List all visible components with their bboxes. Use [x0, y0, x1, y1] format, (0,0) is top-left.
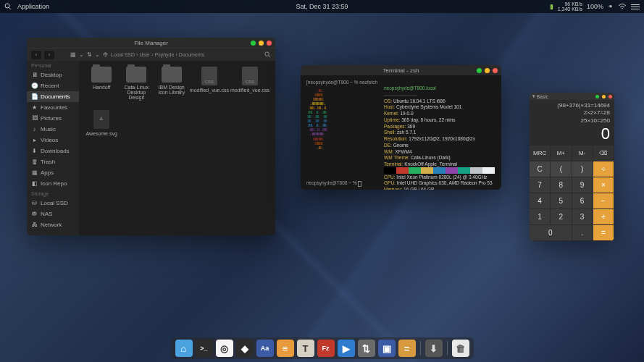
file-item[interactable]: Awesome.svg — [85, 110, 118, 152]
dock-item-terminal[interactable]: >_ — [196, 340, 213, 357]
dock-item-chrome[interactable]: ◎ — [216, 340, 233, 357]
nav-back-button[interactable]: ‹ — [31, 51, 41, 59]
dock-item-calculator[interactable]: = — [398, 340, 416, 357]
calc-key-.[interactable]: . — [572, 225, 593, 241]
calc-key-÷[interactable]: ÷ — [593, 161, 614, 177]
maximize-button[interactable] — [485, 68, 490, 73]
calc-key-5[interactable]: 5 — [551, 193, 572, 209]
sidebar-item-label: Icon Repo — [41, 180, 67, 187]
sidebar-item-icon-repo[interactable]: ◧Icon Repo — [27, 178, 79, 189]
sidebar-item-downloads[interactable]: ⬇Downloads — [27, 146, 79, 156]
calc-key-1[interactable]: 1 — [530, 209, 551, 225]
dock-item-sublime[interactable]: ≡ — [277, 340, 294, 357]
calc-key-×[interactable]: × — [593, 177, 614, 193]
sidebar-item-music[interactable]: ♪Music — [27, 124, 79, 135]
sidebar-item-desktop[interactable]: 🖥Desktop — [27, 70, 79, 80]
sort-icon[interactable]: ⇅ — [87, 51, 92, 58]
dock-trash[interactable]: 🗑 — [452, 340, 469, 357]
sidebar-header-storage: Storage — [27, 189, 79, 198]
sidebar-item-local-ssd[interactable]: ⛁Local SSD — [27, 198, 79, 209]
dock-item-fonts[interactable]: Aa — [256, 340, 274, 357]
nav-forward-button[interactable]: › — [44, 51, 54, 59]
minimize-button[interactable] — [477, 68, 482, 73]
sidebar-item-documents[interactable]: 📄Documents — [27, 91, 79, 102]
dock-item-finder[interactable]: ⌂ — [175, 340, 193, 357]
calc-key-7[interactable]: 7 — [530, 177, 551, 193]
calc-key-C[interactable]: C — [530, 161, 551, 177]
dock-downloads[interactable]: ⬇ — [425, 340, 443, 357]
file-name-label: modified_vue.css — [230, 88, 269, 93]
maximize-button[interactable] — [259, 41, 264, 46]
view-grid-icon[interactable]: ▦ — [70, 51, 76, 58]
minimize-button[interactable] — [251, 41, 256, 46]
wifi-icon[interactable] — [618, 4, 627, 10]
dock-separator — [420, 341, 421, 355]
file-item[interactable]: CSSmodified_vue.css — [190, 67, 229, 109]
sidebar-item-recent[interactable]: 🕘Recent — [27, 80, 79, 91]
view-dropdown-icon[interactable]: ⌄ — [79, 51, 84, 58]
calc-key-M+[interactable]: M+ — [551, 146, 572, 161]
app-menu-label[interactable]: Application — [17, 3, 49, 10]
close-button[interactable] — [267, 41, 272, 46]
calculator-titlebar[interactable]: ▾ Basic — [530, 93, 614, 100]
file-item[interactable]: Cata-Linux Desktop Design — [120, 67, 153, 109]
close-button[interactable] — [493, 68, 498, 73]
file-manager-titlebar[interactable]: File Manager — [27, 38, 275, 48]
sidebar-item-apps[interactable]: ▦Apps — [27, 167, 79, 178]
calc-key-=[interactable]: = — [593, 225, 614, 241]
dock-item-text[interactable]: T — [297, 340, 314, 357]
file-item[interactable]: IBM Design Icon Library — [155, 67, 188, 109]
calc-key-6[interactable]: 6 — [572, 193, 593, 209]
dock-item-virtualbox[interactable]: ▣ — [378, 340, 396, 357]
sidebar-item-network[interactable]: 🖧Network — [27, 219, 79, 230]
calc-key-⌫[interactable]: ⌫ — [593, 146, 614, 161]
dock: ⌂>_◎◆Aa≡TFz▶⇅▣=⬇🗑 — [171, 337, 474, 359]
menu-icon[interactable] — [631, 3, 640, 11]
calc-key-0[interactable]: 0 — [530, 225, 572, 241]
sidebar-item-icon: ▦ — [31, 169, 38, 176]
calc-key-2[interactable]: 2 — [551, 209, 572, 225]
breadcrumb-segment[interactable]: User — [139, 52, 150, 57]
settings-icon[interactable]: ⚙ — [103, 51, 108, 58]
neofetch-user-host: neopsyhyde@T800.local — [384, 85, 493, 92]
dock-item-media[interactable]: ▶ — [338, 340, 355, 357]
calc-key-4[interactable]: 4 — [530, 193, 551, 209]
dock-item-filezilla[interactable]: Fz — [317, 340, 335, 357]
minimize-button[interactable] — [595, 95, 599, 98]
sidebar-item-favourites[interactable]: ★Favourites — [27, 102, 79, 113]
sidebar-item-videos[interactable]: ▸Videos — [27, 135, 79, 146]
calc-key-)[interactable]: ) — [572, 161, 593, 177]
calc-key-3[interactable]: 3 — [572, 209, 593, 225]
breadcrumb-segment[interactable]: Documents — [179, 52, 204, 57]
calc-key-M-[interactable]: M- — [572, 146, 593, 161]
maximize-button[interactable] — [602, 95, 606, 98]
dock-item-transmission[interactable]: ⇅ — [358, 340, 375, 357]
calc-key-MRC[interactable]: MRC — [530, 146, 551, 161]
battery-percent: 100% — [587, 3, 603, 10]
file-item[interactable]: Handoff — [85, 67, 118, 109]
sidebar-item-pictures[interactable]: 🖼Pictures — [27, 113, 79, 124]
terminal-titlebar[interactable]: Terminal - zsh — [301, 65, 501, 75]
search-icon[interactable] — [4, 3, 12, 10]
breadcrumb-segment[interactable]: Local SSD — [111, 52, 135, 57]
calc-key-9[interactable]: 9 — [572, 177, 593, 193]
toolbar-search-icon[interactable] — [264, 51, 271, 58]
close-button[interactable] — [609, 95, 612, 98]
calc-key-−[interactable]: − — [593, 193, 614, 209]
sidebar-item-label: Favourites — [41, 104, 67, 111]
file-item[interactable]: CSSmodified_vue.css — [230, 67, 269, 109]
calc-key-+[interactable]: + — [593, 209, 614, 225]
svg-line-3 — [269, 56, 270, 57]
terminal-body[interactable]: [neopsyhyde@T800 ~ % neofetch .:lll:. :l… — [301, 75, 501, 190]
mode-dropdown-icon[interactable]: ▾ — [532, 93, 535, 99]
sidebar-item-icon: 🕘 — [31, 83, 38, 89]
sidebar-item-nas[interactable]: ⛃NAS — [27, 209, 79, 219]
battery-icon: ▮ — [550, 3, 553, 10]
breadcrumb-segment[interactable]: Psyhyde — [155, 52, 175, 57]
dock-item-sketch[interactable]: ◆ — [236, 340, 254, 357]
folder-icon — [162, 67, 182, 83]
calc-key-8[interactable]: 8 — [551, 177, 572, 193]
sidebar-item-trash[interactable]: 🗑Trash — [27, 156, 79, 167]
sort-dropdown-icon[interactable]: ⌄ — [95, 51, 100, 58]
calc-key-([interactable]: ( — [551, 161, 572, 177]
